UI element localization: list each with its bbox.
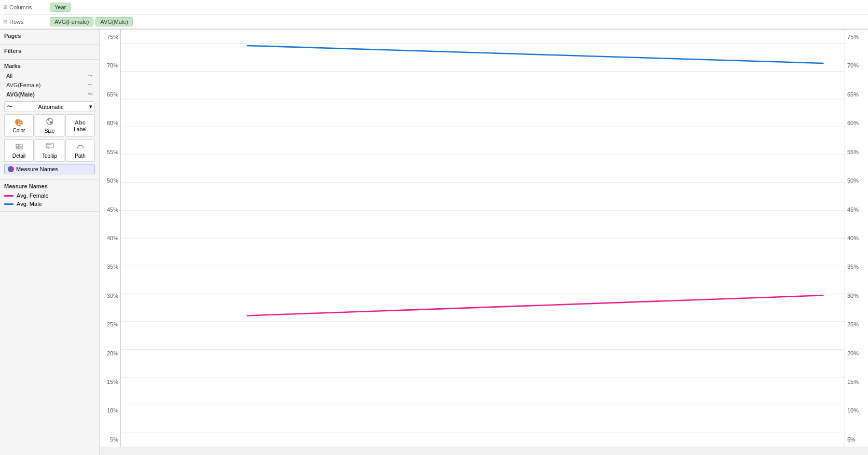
y-right-label-55: 55% — [847, 149, 859, 155]
rows-shelf: ⊟ Rows AVG(Female) AVG(Male) — [0, 15, 868, 29]
pages-title: Pages — [4, 33, 95, 39]
svg-point-1 — [47, 119, 49, 121]
svg-point-0 — [47, 118, 53, 125]
columns-icon: ⊞ — [3, 4, 7, 10]
rows-pill-female[interactable]: AVG(Female) — [50, 17, 93, 26]
y-right-label-25: 25% — [847, 321, 859, 327]
y-label-20: 20% — [107, 350, 118, 356]
svg-rect-5 — [16, 147, 19, 149]
pink-line-female — [247, 295, 824, 315]
mark-type-label: Automatic — [38, 104, 64, 110]
svg-point-2 — [49, 121, 52, 124]
legend-male-color — [4, 203, 13, 205]
rows-icon: ⊟ — [3, 19, 7, 24]
marks-buttons-row1: 🎨 Color Size Abc Label — [4, 114, 95, 137]
legend-item-male: Avg. Male — [4, 200, 95, 208]
y-right-label-10: 10% — [847, 407, 859, 413]
y-label-25: 25% — [107, 321, 118, 327]
shelf-area: ⊞ Columns Year ⊟ Rows AVG(Female) AVG(Ma… — [0, 0, 868, 30]
chart-container: 75% 70% 65% 60% 55% 50% 45% 40% 35% 30% … — [100, 30, 868, 447]
tooltip-icon — [46, 142, 54, 152]
y-right-label-45: 45% — [847, 206, 859, 213]
y-axis-left: 75% 70% 65% 60% 55% 50% 45% 40% 35% 30% … — [100, 30, 120, 447]
marks-buttons-row2: Detail Tooltip Path — [4, 139, 95, 162]
y-label-10: 10% — [107, 407, 118, 413]
label-button[interactable]: Abc Label — [65, 114, 95, 137]
y-right-label-20: 20% — [847, 350, 859, 356]
svg-rect-3 — [16, 144, 19, 147]
chart-svg — [121, 30, 845, 447]
y-label-15: 15% — [107, 379, 118, 385]
marks-item-female[interactable]: AVG(Female) 〜 — [4, 80, 95, 90]
sidebar: Pages Filters Marks All 〜 AVG(Female) 〜 … — [0, 30, 100, 455]
detail-button[interactable]: Detail — [4, 139, 34, 162]
chart-area: 75% 70% 65% 60% 55% 50% 45% 40% 35% 30% … — [100, 30, 868, 455]
filters-title: Filters — [4, 48, 95, 54]
marks-title: Marks — [4, 63, 95, 69]
svg-rect-4 — [20, 144, 22, 147]
y-right-label-75: 75% — [847, 34, 859, 40]
y-label-65: 65% — [107, 91, 118, 98]
marks-male-indicator: 〜 — [88, 91, 93, 98]
filters-section: Filters — [0, 45, 99, 60]
tooltip-button[interactable]: Tooltip — [35, 139, 64, 162]
blue-line-male — [247, 46, 824, 63]
label-icon: Abc — [75, 119, 86, 126]
path-button[interactable]: Path — [65, 139, 95, 162]
path-icon — [76, 142, 85, 152]
main-area: Pages Filters Marks All 〜 AVG(Female) 〜 … — [0, 30, 868, 455]
color-button[interactable]: 🎨 Color — [4, 114, 34, 137]
measure-names-color-icon — [8, 166, 14, 172]
rows-label: ⊟ Rows — [3, 19, 50, 25]
y-label-75: 75% — [107, 34, 118, 40]
size-button[interactable]: Size — [35, 114, 64, 137]
y-right-label-30: 30% — [847, 293, 859, 299]
y-right-label-70: 70% — [847, 62, 859, 68]
chart-plot — [120, 30, 845, 447]
rows-pill-male[interactable]: AVG(Male) — [95, 17, 133, 26]
y-right-label-40: 40% — [847, 235, 859, 241]
y-label-45: 45% — [107, 206, 118, 213]
legend-section: Measure Names Avg. Female Avg. Male — [0, 180, 99, 212]
y-axis-right: 75% 70% 65% 60% 55% 50% 45% 40% 35% 30% … — [845, 30, 868, 447]
bottom-scrollbar[interactable] — [100, 447, 868, 455]
y-label-60: 60% — [107, 120, 118, 126]
detail-icon — [15, 142, 23, 152]
y-label-5: 5% — [110, 436, 118, 443]
y-label-50: 50% — [107, 177, 118, 184]
y-label-30: 30% — [107, 293, 118, 299]
y-label-35: 35% — [107, 264, 118, 270]
y-label-40: 40% — [107, 235, 118, 241]
columns-label: ⊞ Columns — [3, 4, 50, 10]
marks-female-indicator: 〜 — [88, 81, 93, 89]
y-right-label-65: 65% — [847, 91, 859, 98]
marks-item-male[interactable]: AVG(Male) 〜 — [4, 90, 95, 99]
size-icon — [46, 117, 54, 127]
legend-title: Measure Names — [4, 183, 95, 189]
marks-all-indicator: 〜 — [88, 72, 93, 79]
marks-item-all[interactable]: All 〜 — [4, 71, 95, 80]
marks-section: Marks All 〜 AVG(Female) 〜 AVG(Male) 〜 〜 … — [0, 60, 99, 180]
svg-rect-6 — [20, 147, 22, 149]
mark-type-dropdown[interactable]: 〜 Automatic ▾ — [4, 101, 95, 112]
y-right-label-50: 50% — [847, 177, 859, 184]
legend-female-color — [4, 195, 13, 197]
mark-type-icon: 〜 — [7, 103, 12, 111]
legend-item-female: Avg. Female — [4, 191, 95, 200]
columns-shelf: ⊞ Columns Year — [0, 0, 868, 15]
chevron-down-icon: ▾ — [89, 103, 92, 110]
y-right-label-15: 15% — [847, 379, 859, 385]
y-right-label-5: 5% — [847, 436, 856, 443]
y-right-label-35: 35% — [847, 264, 859, 270]
y-label-55: 55% — [107, 149, 118, 155]
columns-pill-year[interactable]: Year — [50, 3, 71, 12]
pages-section: Pages — [0, 30, 99, 45]
color-icon: 🎨 — [15, 118, 23, 127]
y-label-70: 70% — [107, 62, 118, 68]
svg-rect-7 — [46, 143, 53, 148]
measure-names-pill[interactable]: Measure Names — [4, 164, 95, 174]
y-right-label-60: 60% — [847, 120, 859, 126]
